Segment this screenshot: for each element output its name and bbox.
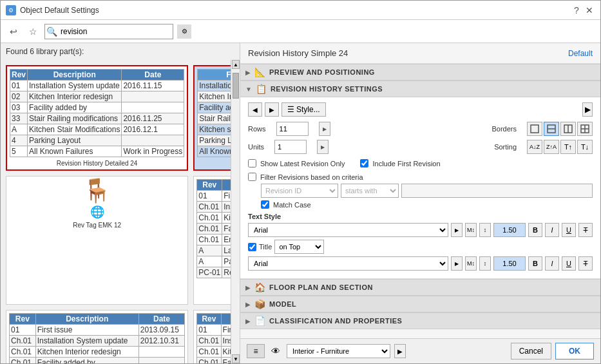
border-vertical-icon[interactable] [560, 122, 576, 136]
match-case-checkbox[interactable] [261, 200, 269, 209]
item-label: Revision History Detailed 24 [57, 160, 138, 167]
layer-icon[interactable]: ≡ [247, 344, 265, 358]
font2-stepper[interactable]: ▶ [451, 256, 463, 271]
search-input[interactable] [58, 24, 173, 39]
revision-settings-content: ◀ ▶ ☰ Style... ▶ Rows ▶ [240, 97, 600, 279]
units-stepper[interactable]: ▶ [317, 140, 329, 154]
next-style-button[interactable]: ▶ [265, 102, 279, 117]
units-input[interactable] [274, 140, 307, 154]
search-settings-button[interactable]: ⚙ [177, 24, 191, 39]
font-row-1: Arial ▶ M↕ ↕ B I U T [248, 223, 593, 237]
strikethrough-button-1[interactable]: T [578, 223, 593, 237]
revision-id-select[interactable]: Revision ID [261, 184, 338, 198]
show-latest-label: Show Latest Revision Only [260, 160, 345, 168]
revision-icon: 📋 [256, 84, 267, 94]
include-first-checkbox[interactable] [360, 159, 368, 168]
cancel-button[interactable]: Cancel [511, 343, 551, 359]
sort-az-button[interactable]: A↓Z [527, 140, 542, 154]
search-icon[interactable]: 🔍 [45, 24, 58, 39]
filter-checkbox[interactable] [248, 173, 256, 181]
title-bar: ⚙ Object Default Settings ? ✕ [1, 1, 600, 20]
strikethrough-button-2[interactable]: T [578, 256, 593, 271]
font2-select[interactable]: Arial [248, 256, 448, 271]
section-classification[interactable]: ▶ 📄 CLASSIFICATION AND PROPERTIES [240, 312, 600, 329]
window-controls: ? ✕ [571, 5, 595, 16]
model-icon: 📦 [254, 299, 265, 309]
preview-section-label: PREVIEW AND POSITIONING [269, 68, 375, 76]
match-case-label: Match Case [273, 201, 311, 209]
underline-button-2[interactable]: U [562, 256, 576, 271]
object-default-settings-window: ⚙ Object Default Settings ? ✕ ↩ ☆ 🔍 ⚙ Fo… [0, 0, 601, 364]
italic-button-2[interactable]: I [545, 256, 559, 271]
show-latest-checkbox-row: Show Latest Revision Only [248, 159, 345, 168]
list-item[interactable]: 🪑 🌐 Rev Tag EMK 12 [6, 176, 188, 305]
left-panel: Found 6 library part(s): RevDescriptionD… [1, 43, 240, 363]
font2-m2-icon: ↕ [479, 256, 491, 271]
italic-button-1[interactable]: I [545, 223, 559, 237]
floor-plan-label: FLOOR PLAN AND SECTION [269, 283, 373, 291]
right-content: ▶ 📐 PREVIEW AND POSITIONING ▼ 📋 REVISION… [240, 64, 600, 338]
scroll-up-button[interactable]: ▲ [232, 60, 240, 69]
window-icon: ⚙ [6, 5, 16, 15]
bold-button-2[interactable]: B [528, 256, 542, 271]
svg-rect-0 [531, 125, 539, 133]
toolbar: ↩ ☆ 🔍 ⚙ [1, 20, 600, 43]
classification-icon: 📄 [254, 316, 265, 326]
right-panel-title: Revision History Simple 24 [248, 48, 568, 58]
eye-icon[interactable]: 👁 [269, 344, 283, 358]
ok-button[interactable]: OK [555, 343, 594, 359]
search-wrap: 🔍 [44, 24, 173, 39]
rows-input[interactable] [276, 122, 309, 136]
style-button[interactable]: ☰ Style... [281, 102, 326, 117]
section-revision[interactable]: ▼ 📋 REVISION HISTORY SETTINGS [240, 81, 600, 97]
list-item[interactable]: RevDescriptionDate 01Installation System… [6, 65, 188, 171]
font-row-2: Arial ▶ M↕ ↕ B I U T [248, 256, 593, 271]
layer-select[interactable]: Interior - Furniture [287, 344, 390, 358]
border-none-icon[interactable] [527, 122, 542, 136]
font1-m2-icon: ↕ [479, 223, 491, 237]
filter-options-row: Revision ID starts with [261, 184, 593, 198]
close-button[interactable]: ✕ [584, 5, 595, 16]
expand-button[interactable]: ▶ [582, 102, 593, 117]
help-button[interactable]: ? [571, 5, 582, 16]
prev-style-button[interactable]: ◀ [248, 102, 262, 117]
starts-with-select[interactable]: starts with [341, 184, 399, 198]
right-panel: Revision History Simple 24 Default ▶ 📐 P… [240, 43, 600, 363]
classification-arrow-icon: ▶ [245, 318, 251, 325]
sort-za-button[interactable]: Z↑A [544, 140, 559, 154]
font1-stepper[interactable]: ▶ [451, 223, 463, 237]
font1-select[interactable]: Arial [248, 223, 448, 237]
sort-desc-button[interactable]: T↓ [577, 140, 593, 154]
title-position-select[interactable]: on Top on Bottom [274, 240, 324, 254]
layer-arrow-button[interactable]: ▶ [394, 344, 406, 358]
back-button[interactable]: ↩ [6, 24, 21, 39]
font2-size-input[interactable] [493, 256, 526, 271]
scroll-thumb[interactable] [233, 73, 239, 99]
found-label: Found 6 library part(s): [1, 43, 240, 60]
rows-stepper[interactable]: ▶ [319, 122, 330, 136]
globe-icon: 🌐 [90, 205, 104, 219]
default-button[interactable]: Default [568, 49, 593, 58]
list-item[interactable]: RevDescriptionDate 01First issue2013.09.… [6, 310, 188, 363]
favorite-button[interactable]: ☆ [25, 24, 41, 39]
font1-size-input[interactable] [493, 223, 526, 237]
border-horizontal-icon[interactable] [544, 122, 559, 136]
bold-button-1[interactable]: B [528, 223, 542, 237]
filter-checkbox-row: Filter Revisions based on criteria [248, 173, 593, 181]
section-model[interactable]: ▶ 📦 MODEL [240, 296, 600, 312]
chair-icon: 🪑 [82, 179, 111, 202]
style-row: ◀ ▶ ☰ Style... ▶ [248, 102, 593, 117]
right-header: Revision History Simple 24 Default [240, 43, 600, 64]
model-label: MODEL [269, 300, 296, 308]
sort-icons: A↓Z Z↑A T↑ T↓ [527, 140, 593, 154]
title-checkbox[interactable] [248, 243, 256, 251]
underline-button-1[interactable]: U [562, 223, 576, 237]
section-preview[interactable]: ▶ 📐 PREVIEW AND POSITIONING [240, 64, 600, 81]
show-latest-checkbox[interactable] [248, 159, 256, 168]
filter-value-input[interactable] [401, 184, 593, 198]
section-floor-plan[interactable]: ▶ 🏠 FLOOR PLAN AND SECTION [240, 279, 600, 296]
scroll-down-button[interactable]: ▼ [232, 354, 240, 363]
item-label: Rev Tag EMK 12 [73, 222, 121, 229]
sort-asc-button[interactable]: T↑ [560, 140, 576, 154]
border-all-icon[interactable] [577, 122, 593, 136]
